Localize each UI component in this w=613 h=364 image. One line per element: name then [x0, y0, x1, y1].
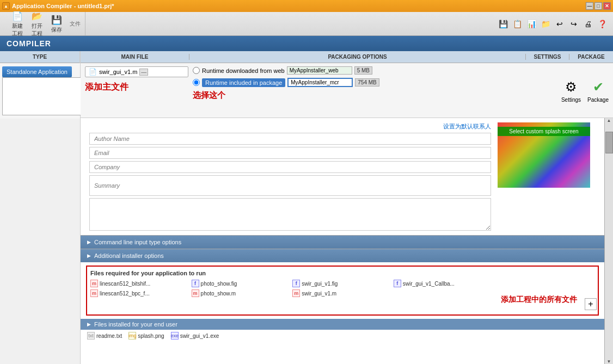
package-header: PACKAGE — [569, 54, 613, 60]
close-button[interactable]: ✕ — [603, 2, 611, 10]
main-area: TYPE Standalone Application MAIN FILE PA… — [0, 51, 613, 364]
settings-button[interactable]: ⚙ Settings — [561, 78, 581, 103]
packaging-radio-1[interactable] — [193, 67, 200, 74]
packaging-size-1: 5 MB — [354, 66, 372, 75]
compiler-title: COMPILER — [7, 39, 51, 48]
settings-label: Settings — [561, 97, 581, 103]
save2-icon-btn[interactable]: 📋 — [511, 17, 524, 30]
icon-btn-3[interactable]: 📊 — [525, 17, 538, 30]
accordion-installer-header[interactable]: ▶ Additional installer options — [81, 249, 604, 262]
main-file-header: MAIN FILE — [81, 54, 189, 60]
accordion-installer-arrow: ▶ — [87, 253, 91, 258]
packaging-option1-label: Runtime downloaded from web — [202, 67, 285, 74]
help-icon-btn[interactable]: ❓ — [596, 17, 609, 30]
redo-icon-btn[interactable]: ↪ — [567, 17, 580, 30]
icon-btn-4[interactable]: 📁 — [539, 17, 552, 30]
save-button[interactable]: 💾 保存 — [48, 13, 65, 35]
file-icon: 📄 — [89, 68, 97, 76]
add-main-file-annotation: 添加主文件 — [85, 82, 188, 93]
file-remove-button[interactable]: — — [139, 69, 148, 76]
company-field[interactable] — [89, 161, 491, 173]
files-installed-label: Files installed for your end user — [94, 321, 177, 328]
scroll-area[interactable]: 设置为默认联系人 Select custom splash screen — [81, 118, 604, 364]
main-file-chip: 📄 swir_gui_v1.m — — [85, 66, 188, 77]
form-left: 设置为默认联系人 — [89, 122, 491, 231]
file-img-icon: img — [128, 332, 136, 340]
packaging-size-2: 754 MB — [355, 78, 379, 87]
list-item: f swir_gui_v1_Callba... — [394, 280, 494, 287]
open-project-button[interactable]: 📂 打开工程 — [28, 9, 46, 39]
main-file-name: swir_gui_v1.m — [99, 69, 137, 75]
list-item: img splash.png — [128, 332, 164, 340]
default-contact-link[interactable]: 设置为默认联系人 — [89, 122, 491, 131]
list-item: exe swir_gui_v1.exe — [171, 332, 219, 340]
packaging-option2-label: Runtime included in package — [202, 78, 285, 87]
files-required-header: Files required for your application to r… — [90, 270, 594, 276]
settings-icon: ⚙ — [562, 78, 580, 96]
description-field[interactable] — [89, 198, 491, 231]
scroll-up-arrow[interactable]: ▲ — [607, 118, 611, 123]
open-icon: 📂 — [31, 10, 43, 22]
minimize-button[interactable]: — — [586, 2, 593, 10]
author-name-field[interactable] — [89, 133, 491, 145]
file-m-icon-2: m — [90, 289, 98, 297]
type-column-header: TYPE — [0, 51, 80, 63]
undo-icon-btn[interactable]: ↩ — [553, 17, 566, 30]
main-file-area: 📄 swir_gui_v1.m — 添加主文件 — [85, 66, 188, 114]
list-item: m linescan512_bpc_f... — [90, 289, 191, 297]
packaging-header: PACKAGING OPTIONS — [189, 54, 526, 60]
new-project-button[interactable]: 📄 新建工程 — [9, 9, 26, 39]
list-item: m photo_show.m — [192, 289, 292, 297]
summary-field[interactable] — [89, 175, 491, 196]
accordion-installer: ▶ Additional installer options — [81, 249, 604, 262]
files-installed-list: txt readme.txt img splash.png exe swir_g… — [81, 330, 604, 342]
scroll-down-arrow[interactable]: ▼ — [607, 359, 611, 364]
scroll-thumb[interactable] — [605, 132, 613, 153]
window-title: Application Compiler - untitled1.prj* — [12, 3, 114, 9]
accordion-cmdline-label: Command line input type options — [94, 239, 181, 245]
installer-name-1: MyAppInstaller_web — [287, 66, 352, 75]
new-label: 新建工程 — [12, 22, 23, 38]
file-txt-icon: txt — [87, 332, 95, 340]
package-button[interactable]: ✔ Package — [587, 78, 609, 103]
accordion-cmdline-header[interactable]: ▶ Command line input type options — [81, 236, 604, 249]
maximize-button[interactable]: □ — [594, 2, 602, 10]
save-icon-btn[interactable]: 💾 — [496, 17, 510, 30]
title-bar: ▲ Application Compiler - untitled1.prj* … — [0, 0, 613, 12]
select-splash-button[interactable]: Select custom splash screen — [498, 127, 590, 136]
standalone-app-button[interactable]: Standalone Application — [2, 66, 72, 77]
title-bar-buttons: — □ ✕ — [586, 2, 611, 10]
content-area: MAIN FILE PACKAGING OPTIONS SETTINGS PAC… — [81, 51, 613, 364]
scrollbar[interactable]: ▲ ▼ — [604, 118, 613, 364]
print-icon-btn[interactable]: 🖨 — [581, 17, 594, 30]
file-name-0: linescan512_bitshif... — [100, 281, 150, 287]
top-section: MAIN FILE PACKAGING OPTIONS SETTINGS PAC… — [81, 51, 613, 118]
add-all-files-annotation: 添加工程中的所有文件 — [501, 295, 577, 305]
file-section-label: 文件 — [70, 20, 81, 28]
add-files-button[interactable]: + — [585, 298, 597, 310]
accordion-cmdline: ▶ Command line input type options — [81, 235, 604, 249]
file-m-icon-3: m — [192, 289, 199, 297]
scroll-wrapper: 设置为默认联系人 Select custom splash screen — [81, 118, 613, 364]
list-item: txt readme.txt — [87, 332, 122, 340]
file-toolbar-section: 📄 新建工程 📂 打开工程 💾 保存 文件 — [4, 12, 85, 35]
save-icon: 💾 — [51, 14, 63, 26]
file-name-4: linescan512_bpc_f... — [100, 291, 150, 297]
package-icon: ✔ — [590, 78, 607, 96]
files-required-section: Files required for your application to r… — [81, 266, 604, 316]
new-icon: 📄 — [11, 10, 23, 22]
packaging-radio-2[interactable] — [193, 79, 200, 86]
app-type-area: Standalone Application — [0, 63, 80, 119]
columns-area: MAIN FILE PACKAGING OPTIONS SETTINGS PAC… — [81, 51, 613, 118]
email-field[interactable] — [89, 147, 491, 159]
list-item: f swir_gui_v1.fig — [292, 280, 393, 287]
settings-header: SETTINGS — [526, 54, 569, 60]
installed-file-2: swir_gui_v1.exe — [180, 333, 219, 339]
toolbar-right-icons: 💾 📋 📊 📁 ↩ ↪ 🖨 ❓ — [496, 17, 609, 30]
settings-package-area: ⚙ Settings ✔ Package — [561, 66, 609, 114]
packaging-option1-row: Runtime downloaded from web MyAppInstall… — [193, 66, 557, 75]
file-name-5: photo_show.m — [201, 291, 236, 297]
list-item: f photo_show.fig — [192, 280, 292, 287]
list-item: m swir_gui_v1.m — [292, 289, 393, 297]
file-name-1: photo_show.fig — [201, 281, 237, 287]
